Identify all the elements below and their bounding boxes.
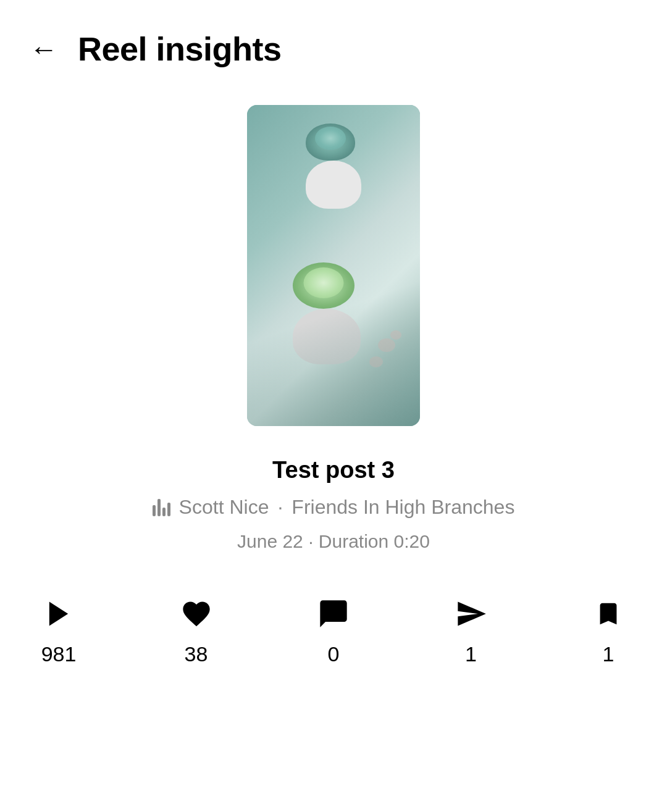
pebble-3 — [390, 330, 401, 340]
stat-saves: 1 — [587, 595, 630, 666]
succulent-bottom — [293, 262, 361, 364]
date-duration: June 22 · Duration 0:20 — [237, 531, 430, 552]
page-title: Reel insights — [78, 30, 282, 68]
heart-icon — [175, 595, 218, 632]
succulent-top — [306, 123, 361, 209]
post-info: Test post 3 Scott Nice · Friends In High… — [0, 457, 667, 552]
stat-shares: 1 — [450, 595, 493, 666]
music-separator: · — [277, 496, 283, 519]
stat-comments: 0 — [312, 595, 355, 666]
post-date: June 22 — [237, 531, 303, 551]
pebble-2 — [369, 356, 383, 367]
music-icon — [153, 499, 170, 516]
post-duration: Duration 0:20 — [319, 531, 430, 551]
date-sep: · — [308, 531, 319, 551]
plays-count: 981 — [41, 642, 77, 666]
shares-count: 1 — [465, 642, 477, 666]
comment-icon — [312, 595, 355, 632]
share-icon — [450, 595, 493, 632]
play-icon — [37, 595, 80, 632]
music-info: Scott Nice · Friends In High Branches — [153, 496, 515, 519]
save-icon — [587, 595, 630, 632]
post-title: Test post 3 — [272, 457, 395, 483]
comments-count: 0 — [328, 642, 340, 666]
stat-plays: 981 — [37, 595, 80, 666]
reel-image — [247, 105, 420, 426]
reel-thumbnail[interactable] — [247, 105, 420, 426]
likes-count: 38 — [185, 642, 208, 666]
music-track: Friends In High Branches — [292, 496, 514, 519]
svg-marker-0 — [49, 602, 68, 626]
music-artist: Scott Nice — [179, 496, 269, 519]
stat-likes: 38 — [175, 595, 218, 666]
back-button[interactable]: ← — [27, 32, 61, 65]
saves-count: 1 — [603, 642, 615, 666]
header: ← Reel insights — [0, 0, 667, 80]
pebble-1 — [378, 338, 395, 352]
back-arrow-icon: ← — [30, 35, 58, 63]
stats-row: 981 38 0 — [0, 595, 667, 703]
reel-insights-page: ← Reel insights Test post 3 — [0, 0, 667, 812]
